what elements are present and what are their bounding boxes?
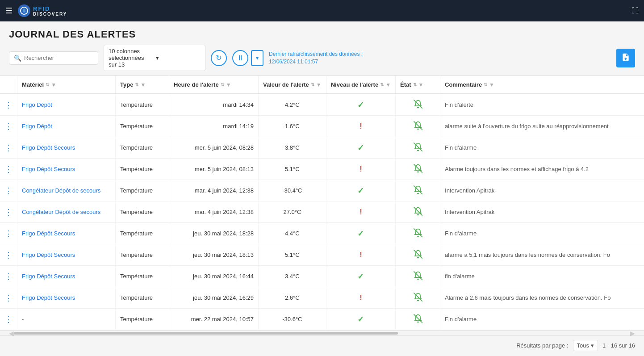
- cell-niveau: !: [326, 159, 395, 180]
- cell-type: Température: [116, 180, 169, 201]
- cell-type: Température: [116, 287, 169, 309]
- check-icon: ✓: [357, 315, 364, 324]
- pause-button[interactable]: ⏸: [232, 50, 248, 66]
- check-icon: ✓: [357, 143, 364, 152]
- cell-type: Température: [116, 137, 169, 159]
- row-menu[interactable]: ⋮: [0, 201, 17, 223]
- row-menu[interactable]: ⋮: [0, 287, 17, 309]
- cell-valeur: 5.1°C: [259, 244, 326, 266]
- horizontal-scrollbar[interactable]: ◀ ▶: [0, 330, 644, 335]
- row-menu[interactable]: ⋮: [0, 266, 17, 287]
- cell-niveau: ✓: [326, 309, 395, 330]
- check-icon: ✓: [357, 101, 364, 109]
- refresh-info: Dernier rafraîchissement des données : 1…: [269, 50, 363, 66]
- sort-icon[interactable]: ⇅: [311, 83, 314, 87]
- scroll-left-icon[interactable]: ◀: [9, 330, 14, 337]
- cell-type: Température: [116, 94, 169, 116]
- svg-line-1: [414, 100, 422, 108]
- per-page-select[interactable]: Tous ▾: [573, 340, 598, 351]
- cell-heure: mardi 14:19: [169, 116, 259, 137]
- svg-line-3: [414, 143, 422, 151]
- bell-muted-icon: [414, 296, 422, 303]
- logo: RFID DISCOVERY: [18, 4, 67, 17]
- th-etat: État ⇅ ▼: [396, 76, 440, 94]
- export-button[interactable]: [616, 49, 635, 67]
- cell-valeur: 27.0°C: [259, 201, 326, 223]
- cell-commentaire: Intervention Apitrak: [440, 180, 644, 201]
- svg-line-7: [414, 229, 422, 237]
- th-niveau: Niveau de l'alerte ⇅ ▼: [326, 76, 395, 94]
- cell-materiel[interactable]: Frigo Dépôt: [17, 94, 116, 116]
- cell-commentaire: Fin d'alarme: [440, 309, 644, 330]
- refresh-button[interactable]: ↻: [211, 50, 227, 66]
- cell-heure: mer. 22 mai 2024, 10:57: [169, 309, 259, 330]
- fullscreen-icon[interactable]: ⛶: [631, 7, 639, 15]
- cell-materiel[interactable]: Congélateur Dépôt de secours: [17, 201, 116, 223]
- cell-valeur: -30.4°C: [259, 180, 326, 201]
- cell-materiel[interactable]: Frigo Dépôt Secours: [17, 287, 116, 309]
- sort-icon[interactable]: ⇅: [380, 83, 384, 87]
- cell-materiel[interactable]: Frigo Dépôt Secours: [17, 137, 116, 159]
- cell-materiel[interactable]: Frigo Dépôt Secours: [17, 266, 116, 287]
- sort-icon[interactable]: ⇅: [413, 83, 417, 87]
- columns-select[interactable]: 10 colonnes sélectionnées sur 13 ▾: [104, 45, 205, 71]
- cell-etat: [396, 159, 440, 180]
- filter-icon[interactable]: ▼: [418, 82, 424, 88]
- cell-materiel[interactable]: Congélateur Dépôt de secours: [17, 180, 116, 201]
- cell-materiel[interactable]: Frigo Dépôt Secours: [17, 244, 116, 266]
- cell-materiel[interactable]: Frigo Dépôt: [17, 116, 116, 137]
- page-title: JOURNAL DES ALERTES: [0, 21, 644, 45]
- search-box[interactable]: 🔍: [9, 51, 98, 65]
- check-icon: ✓: [357, 272, 364, 281]
- row-menu[interactable]: ⋮: [0, 159, 17, 180]
- cell-commentaire: Fin d'alarme: [440, 223, 644, 244]
- cell-materiel[interactable]: Frigo Dépôt Secours: [17, 223, 116, 244]
- svg-line-2: [414, 121, 422, 130]
- exclamation-icon: !: [360, 250, 362, 259]
- chevron-down-icon: ▾: [156, 54, 201, 61]
- row-menu[interactable]: ⋮: [0, 309, 17, 330]
- bell-muted-icon: [414, 189, 422, 196]
- cell-heure: mar. 4 juin 2024, 12:38: [169, 201, 259, 223]
- cell-heure: jeu. 30 mai 2024, 18:13: [169, 244, 259, 266]
- row-menu[interactable]: ⋮: [0, 180, 17, 201]
- row-menu[interactable]: ⋮: [0, 94, 17, 116]
- svg-line-11: [414, 314, 422, 322]
- filter-icon[interactable]: ▼: [226, 82, 231, 88]
- filter-icon[interactable]: ▼: [51, 82, 56, 88]
- table-row: ⋮Frigo Dépôt SecoursTempératurejeu. 30 m…: [0, 244, 644, 266]
- cell-materiel[interactable]: -: [17, 309, 116, 330]
- search-icon: 🔍: [14, 54, 21, 62]
- row-menu[interactable]: ⋮: [0, 244, 17, 266]
- row-menu[interactable]: ⋮: [0, 137, 17, 159]
- hamburger-icon[interactable]: ☰: [5, 6, 13, 16]
- filter-icon[interactable]: ▼: [489, 82, 494, 88]
- expand-button[interactable]: ▾: [251, 50, 263, 66]
- table-row: ⋮Frigo Dépôt SecoursTempératurejeu. 30 m…: [0, 266, 644, 287]
- filter-icon[interactable]: ▼: [316, 82, 322, 88]
- filter-icon[interactable]: ▼: [140, 82, 146, 88]
- navbar: ☰ RFID DISCOVERY ⛶: [0, 0, 644, 21]
- sort-icon[interactable]: ⇅: [484, 83, 487, 87]
- refresh-icon: ↻: [216, 54, 222, 62]
- cell-heure: mar. 4 juin 2024, 12:38: [169, 180, 259, 201]
- filter-icon[interactable]: ▼: [385, 82, 391, 88]
- sort-icon[interactable]: ⇅: [221, 83, 224, 87]
- scroll-thumb[interactable]: [14, 332, 398, 335]
- cell-etat: [396, 180, 440, 201]
- cell-valeur: 5.1°C: [259, 159, 326, 180]
- cell-heure: jeu. 30 mai 2024, 18:28: [169, 223, 259, 244]
- bell-muted-icon: [414, 210, 422, 217]
- row-menu[interactable]: ⋮: [0, 223, 17, 244]
- cell-materiel[interactable]: Frigo Dépôt Secours: [17, 159, 116, 180]
- cell-commentaire: fin d'alarme: [440, 266, 644, 287]
- cell-commentaire: Alarme toujours dans les normes et affic…: [440, 159, 644, 180]
- table-row: ⋮Congélateur Dépôt de secoursTempérature…: [0, 201, 644, 223]
- sort-icon[interactable]: ⇅: [46, 83, 49, 87]
- bell-muted-icon: [414, 103, 422, 110]
- scroll-right-icon[interactable]: ▶: [630, 330, 635, 337]
- sort-icon[interactable]: ⇅: [135, 83, 138, 87]
- search-input[interactable]: [24, 54, 93, 61]
- row-menu[interactable]: ⋮: [0, 116, 17, 137]
- cell-heure: jeu. 30 mai 2024, 16:44: [169, 266, 259, 287]
